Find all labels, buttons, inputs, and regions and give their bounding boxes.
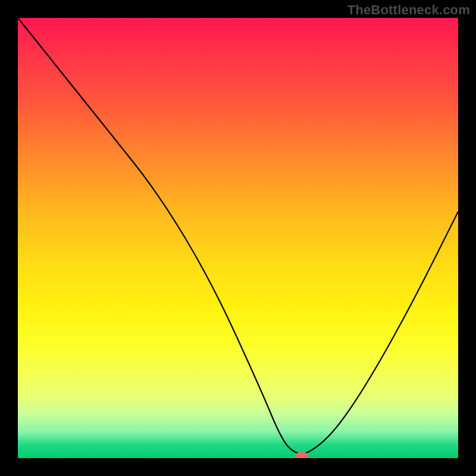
- bottleneck-curve: [18, 18, 458, 454]
- chart-svg: [18, 18, 458, 458]
- chart-frame: TheBottleneck.com: [0, 0, 476, 476]
- watermark-text: TheBottleneck.com: [347, 2, 470, 18]
- plot-area: [18, 18, 458, 458]
